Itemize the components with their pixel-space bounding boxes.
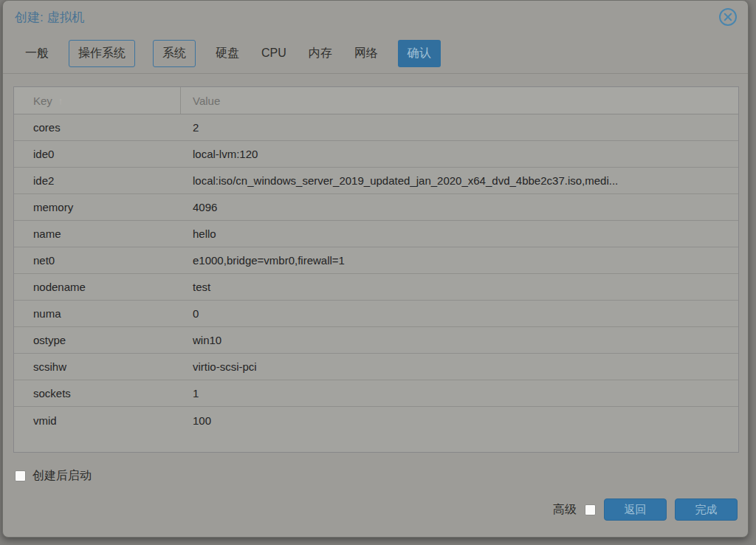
row-key: ide0 bbox=[14, 141, 181, 167]
table-row[interactable]: net0e1000,bridge=vmbr0,firewall=1 bbox=[14, 247, 738, 274]
row-value: win10 bbox=[181, 327, 738, 353]
tab-bar: 一般操作系统系统硬盘CPU内存网络确认 bbox=[3, 33, 748, 74]
row-key: net0 bbox=[14, 247, 181, 273]
tab-system[interactable]: 系统 bbox=[153, 40, 196, 67]
sort-asc-icon: ↑ bbox=[58, 95, 63, 106]
row-value: virtio-scsi-pci bbox=[181, 354, 738, 380]
summary-table: Key ↑ Value cores2ide0local-lvm:120ide2l… bbox=[13, 86, 739, 453]
row-value: 1 bbox=[181, 380, 738, 406]
table-row[interactable]: namehello bbox=[14, 221, 738, 247]
row-key: sockets bbox=[14, 380, 181, 406]
row-value: test bbox=[181, 274, 738, 300]
row-key: ide2 bbox=[14, 168, 181, 193]
row-value: 4096 bbox=[181, 194, 738, 220]
table-body: cores2ide0local-lvm:120ide2local:iso/cn_… bbox=[14, 114, 738, 433]
row-key: ostype bbox=[14, 327, 181, 353]
row-value: e1000,bridge=vmbr0,firewall=1 bbox=[181, 247, 738, 273]
advanced-label: 高级 bbox=[553, 502, 577, 518]
table-row[interactable]: nodenametest bbox=[14, 274, 738, 301]
row-key: name bbox=[14, 221, 181, 247]
tab-cpu[interactable]: CPU bbox=[259, 41, 289, 66]
close-icon bbox=[718, 7, 738, 27]
finish-button[interactable]: 完成 bbox=[675, 498, 738, 521]
start-after-created-checkbox[interactable] bbox=[15, 470, 26, 481]
table-row[interactable]: vmid100 bbox=[14, 407, 738, 433]
table-row[interactable]: cores2 bbox=[14, 114, 738, 141]
tab-network[interactable]: 网络 bbox=[352, 40, 380, 67]
row-key: nodename bbox=[14, 274, 181, 300]
tab-os[interactable]: 操作系统 bbox=[69, 40, 135, 67]
column-header-value-label: Value bbox=[193, 95, 220, 107]
table-row[interactable]: ide0local-lvm:120 bbox=[14, 141, 738, 168]
dialog-body: Key ↑ Value cores2ide0local-lvm:120ide2l… bbox=[3, 74, 748, 488]
dialog-header: 创建: 虚拟机 bbox=[3, 1, 748, 33]
start-after-created-label: 创建后启动 bbox=[32, 468, 92, 484]
dialog-footer: 高级 返回 完成 bbox=[3, 488, 748, 537]
row-key: vmid bbox=[14, 407, 181, 433]
tab-confirm[interactable]: 确认 bbox=[398, 40, 441, 67]
column-header-value[interactable]: Value bbox=[181, 87, 738, 114]
start-after-created-row: 创建后启动 bbox=[13, 468, 738, 484]
row-value: 2 bbox=[181, 114, 738, 140]
column-header-key-label: Key bbox=[33, 95, 52, 107]
table-row[interactable]: ostypewin10 bbox=[14, 327, 738, 354]
back-button[interactable]: 返回 bbox=[604, 498, 667, 521]
row-value: 100 bbox=[181, 407, 738, 433]
tab-memory[interactable]: 内存 bbox=[306, 40, 334, 67]
dialog-title: 创建: 虚拟机 bbox=[15, 9, 84, 26]
row-key: cores bbox=[14, 114, 181, 140]
tab-harddisk[interactable]: 硬盘 bbox=[213, 40, 241, 67]
table-row[interactable]: ide2local:iso/cn_windows_server_2019_upd… bbox=[14, 168, 738, 194]
tab-general[interactable]: 一般 bbox=[23, 40, 51, 67]
row-value: 0 bbox=[181, 301, 738, 326]
row-key: numa bbox=[14, 301, 181, 326]
row-key: memory bbox=[14, 194, 181, 220]
row-value: local:iso/cn_windows_server_2019_updated… bbox=[181, 168, 738, 193]
row-value: hello bbox=[181, 221, 738, 247]
close-button[interactable] bbox=[718, 7, 738, 27]
advanced-checkbox[interactable] bbox=[585, 504, 596, 515]
table-empty-row bbox=[14, 433, 738, 452]
table-row[interactable]: memory4096 bbox=[14, 194, 738, 221]
table-row[interactable]: scsihwvirtio-scsi-pci bbox=[14, 354, 738, 380]
row-value: local-lvm:120 bbox=[181, 141, 738, 167]
row-key: scsihw bbox=[14, 354, 181, 380]
create-vm-dialog: 创建: 虚拟机 一般操作系统系统硬盘CPU内存网络确认 Key ↑ Value … bbox=[2, 0, 749, 538]
table-row[interactable]: sockets1 bbox=[14, 380, 738, 407]
table-row[interactable]: numa0 bbox=[14, 301, 738, 327]
column-header-key[interactable]: Key ↑ bbox=[14, 87, 181, 114]
table-header-row: Key ↑ Value bbox=[14, 87, 738, 114]
